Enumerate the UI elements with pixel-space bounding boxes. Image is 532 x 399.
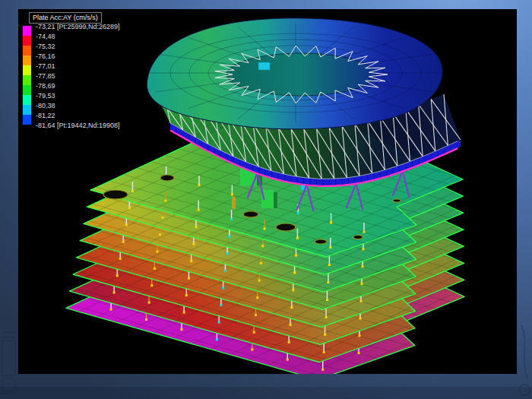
legend-scale: -73,21 [Pt:25999,Nd:26289] -74,48 -75,32… [23,26,102,125]
colorbar-segment [23,55,31,65]
colorbar-segment [23,85,31,95]
legend-label: -81,22 [36,112,55,120]
legend-label: -75,32 [36,43,55,51]
legend-label: -76,16 [36,52,55,61]
legend-label: -78,69 [36,82,55,90]
slide-bottom-band [0,387,532,399]
legend-label: -74,48 [36,33,55,41]
legend-label-max: -73,21 [Pt:25999,Nd:26289] [36,23,120,31]
contour-legend: Plate Acc:AY (cm/s/s) -73,21 [Pt:25999,N… [22,12,102,125]
colorbar-segment [23,115,31,125]
colorbar-segment [23,65,31,75]
legend-title: Plate Acc:AY (cm/s/s) [29,12,102,24]
legend-colorbar [23,26,31,125]
colorbar-segment [23,26,31,36]
colorbar-segment [23,36,31,46]
colorbar-segment [23,95,31,105]
legend-label-min: -81,64 [Pt:19442,Nd:19908] [36,122,120,130]
colorbar-segment [23,105,31,115]
legend-label: -77,01 [36,62,55,71]
slide-background: { "legend": { "title": "Plate Acc:AY (cm… [0,0,532,399]
legend-label: -80,38 [36,102,55,110]
deck-cyan-box [258,62,270,70]
colorbar-segment [23,75,31,85]
tower-deck [144,18,448,129]
legend-label: -79,53 [36,92,55,100]
legend-label: -77,85 [36,72,55,81]
colorbar-segment [23,46,31,55]
model-viewport: Plate Acc:AY (cm/s/s) -73,21 [Pt:25999,N… [18,9,517,374]
